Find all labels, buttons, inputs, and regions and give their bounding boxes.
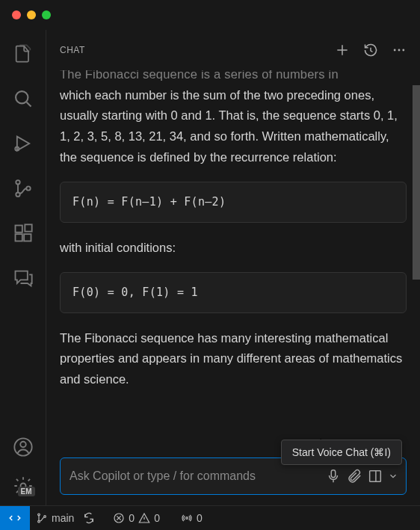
svg-rect-8 xyxy=(25,224,31,231)
chat-title: CHAT xyxy=(60,45,85,55)
branch-name: main xyxy=(52,512,74,524)
branch-status[interactable]: main xyxy=(30,512,80,524)
svg-point-3 xyxy=(16,192,19,196)
attach-icon[interactable] xyxy=(346,468,362,484)
source-control-icon[interactable] xyxy=(13,178,34,199)
svg-point-10 xyxy=(20,442,25,447)
chat-input[interactable] xyxy=(70,469,321,483)
svg-point-13 xyxy=(398,49,401,52)
layout-icon[interactable] xyxy=(367,468,383,484)
statusbar: main 0 0 0 xyxy=(0,505,420,530)
extensions-icon[interactable] xyxy=(13,223,34,244)
titlebar xyxy=(0,0,420,30)
message-paragraph: The Fibonacci sequence has many interest… xyxy=(60,328,407,390)
window-close-button[interactable] xyxy=(12,10,21,19)
chat-header: CHAT xyxy=(46,30,420,70)
svg-rect-15 xyxy=(331,470,336,478)
svg-rect-6 xyxy=(15,234,22,241)
window-minimize-button[interactable] xyxy=(27,10,36,19)
scrollbar[interactable] xyxy=(413,70,420,450)
message-paragraph: which each number is the sum of the two … xyxy=(60,85,407,168)
scrollbar-thumb[interactable] xyxy=(413,85,420,280)
chat-panel: CHAT The Fibonacci sequence is a series … xyxy=(46,30,420,505)
svg-point-12 xyxy=(394,49,396,52)
window-fullscreen-button[interactable] xyxy=(42,10,51,19)
sync-status[interactable] xyxy=(80,512,98,524)
chat-input-area: Start Voice Chat (⌘I) xyxy=(46,450,420,505)
chat-content: The Fibonacci sequence is a series of nu… xyxy=(46,70,420,450)
svg-point-2 xyxy=(16,180,19,184)
activity-bar: EM xyxy=(0,30,46,505)
main-area: EM CHAT The Fibonacci sequence is a seri… xyxy=(0,30,420,505)
settings-badge: EM xyxy=(18,487,35,496)
ports-status[interactable]: 0 xyxy=(175,512,209,524)
ports-count: 0 xyxy=(197,512,203,524)
chat-message: The Fibonacci sequence is a series of nu… xyxy=(60,70,407,390)
svg-rect-7 xyxy=(24,234,31,241)
code-block: F(n) = F(n–1) + F(n–2) xyxy=(60,182,407,223)
warning-count: 0 xyxy=(154,512,160,524)
remote-indicator[interactable] xyxy=(0,506,30,531)
message-paragraph: with initial conditions: xyxy=(60,238,407,259)
explorer-icon[interactable] xyxy=(13,43,34,64)
svg-rect-5 xyxy=(15,226,22,232)
message-cutoff-line: The Fibonacci sequence is a series of nu… xyxy=(60,70,407,85)
chat-icon[interactable] xyxy=(13,268,34,289)
svg-point-21 xyxy=(186,517,188,520)
svg-point-17 xyxy=(38,514,40,516)
svg-point-4 xyxy=(26,186,30,190)
svg-point-19 xyxy=(44,516,46,518)
new-chat-icon[interactable] xyxy=(335,43,350,58)
chevron-down-icon[interactable] xyxy=(388,468,398,484)
run-debug-icon[interactable] xyxy=(13,133,34,154)
search-icon[interactable] xyxy=(13,88,34,109)
svg-point-14 xyxy=(402,49,404,52)
history-icon[interactable] xyxy=(363,43,378,58)
more-icon[interactable] xyxy=(392,43,407,58)
tooltip: Start Voice Chat (⌘I) xyxy=(281,440,402,465)
problems-status[interactable]: 0 0 xyxy=(107,512,166,524)
account-icon[interactable] xyxy=(13,437,34,457)
settings-gear-icon[interactable]: EM xyxy=(13,475,34,496)
svg-point-0 xyxy=(16,91,28,103)
svg-point-18 xyxy=(38,520,40,523)
code-block: F(0) = 0, F(1) = 1 xyxy=(60,272,407,313)
svg-rect-16 xyxy=(370,471,381,482)
error-count: 0 xyxy=(129,512,135,524)
voice-chat-icon[interactable] xyxy=(325,468,342,484)
